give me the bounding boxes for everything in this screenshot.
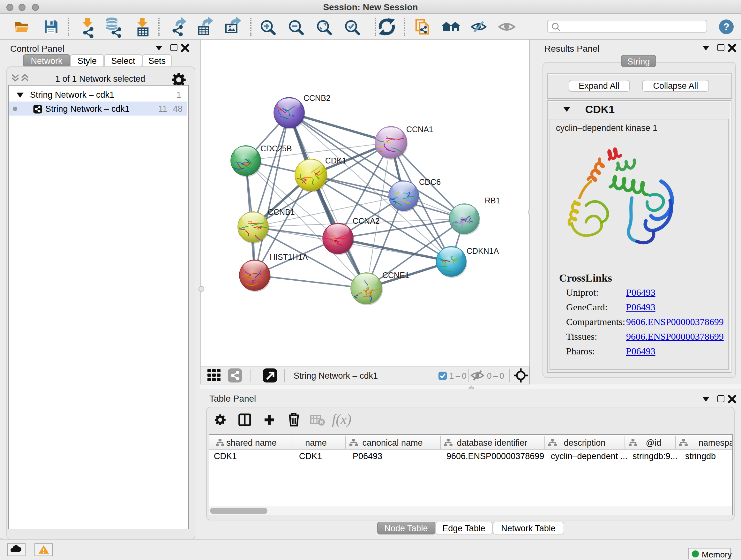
svg-text:canonical name: canonical name (362, 438, 422, 448)
svg-text:name: name (305, 438, 327, 448)
svg-text:1 – 0: 1 – 0 (449, 371, 467, 381)
svg-text:CCNA1: CCNA1 (406, 125, 433, 134)
svg-text:stringdb:9...: stringdb:9... (632, 451, 677, 461)
svg-text:CDK1: CDK1 (325, 156, 347, 165)
svg-text:stringdb: stringdb (685, 451, 716, 461)
svg-text:HIST1H1A: HIST1H1A (270, 253, 308, 261)
svg-text:0 – 0: 0 – 0 (487, 371, 504, 381)
svg-text:cyclin–dependent ...: cyclin–dependent ... (551, 451, 627, 461)
svg-text:shared name: shared name (226, 438, 277, 448)
svg-text:f(x): f(x) (332, 412, 351, 427)
svg-text:CDK1: CDK1 (214, 451, 237, 461)
svg-text:CCNB2: CCNB2 (304, 94, 331, 103)
svg-text:CDC25B: CDC25B (260, 144, 292, 153)
svg-text:CCNA2: CCNA2 (353, 216, 380, 226)
svg-text:RB1: RB1 (485, 196, 500, 205)
svg-text:@id: @id (646, 438, 661, 448)
svg-text:description: description (564, 438, 606, 448)
svg-text:?: ? (723, 21, 730, 33)
svg-text:9606.ENSP00000378699: 9606.ENSP00000378699 (447, 451, 544, 461)
svg-text:namespac: namespac (698, 438, 732, 448)
svg-text:String Network – cdk1: String Network – cdk1 (293, 371, 378, 381)
svg-text:CDKN1A: CDKN1A (467, 246, 499, 255)
svg-text:database identifier: database identifier (457, 438, 528, 448)
svg-text:P06493: P06493 (353, 451, 382, 461)
svg-text:CDC6: CDC6 (419, 178, 441, 186)
svg-text:CCNB1: CCNB1 (268, 207, 295, 216)
svg-text:CDK1: CDK1 (299, 451, 322, 461)
svg-text:CCNE1: CCNE1 (382, 271, 409, 280)
